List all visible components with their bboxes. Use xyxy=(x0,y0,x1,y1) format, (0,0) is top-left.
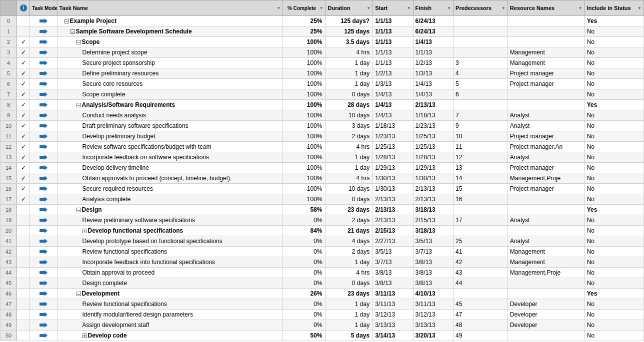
collapse-icon[interactable]: − xyxy=(76,292,81,296)
collapse-icon[interactable]: − xyxy=(76,208,81,212)
task-name-cell[interactable]: Review preliminary software specificatio… xyxy=(57,215,283,226)
header-predecessors[interactable]: Predecessors ▼ xyxy=(454,0,508,16)
task-name-cell[interactable]: −Scope xyxy=(57,37,283,47)
task-name-text: Review preliminary software specificatio… xyxy=(82,217,195,224)
include-status-cell: No xyxy=(584,320,644,331)
header-task-name[interactable]: Task Name ▼ xyxy=(57,0,283,16)
task-checkmark xyxy=(17,320,30,331)
task-name-cell[interactable]: Determine project scope xyxy=(57,47,283,58)
predecessors-cell: 47 xyxy=(454,310,508,320)
svg-marker-13 xyxy=(44,81,48,86)
task-name-cell[interactable]: Conduct needs analysis xyxy=(57,110,283,121)
svg-rect-36 xyxy=(40,208,44,211)
checkmark-icon: ✓ xyxy=(21,143,26,150)
task-mode-cell xyxy=(30,100,57,110)
finish-cell: 1/25/13 xyxy=(413,131,453,142)
task-name-cell[interactable]: Review functional specifications xyxy=(57,247,283,257)
task-name-cell[interactable]: −Example Project xyxy=(57,16,283,26)
header-include-status[interactable]: Include in Status ▼ xyxy=(584,0,644,16)
task-name-text: Review functional specifications xyxy=(82,248,167,255)
auto-schedule-icon xyxy=(39,38,48,46)
task-name-cell[interactable]: Analysis complete xyxy=(57,194,283,205)
start-cell: 1/1/13 xyxy=(373,58,413,68)
collapse-icon[interactable]: − xyxy=(64,19,69,23)
task-name-cell[interactable]: Develop prototype based on functional sp… xyxy=(57,236,283,247)
task-name-cell[interactable]: +Develop code xyxy=(57,331,283,341)
start-cell: 3/11/13 xyxy=(373,299,413,310)
header-task-mode[interactable]: Task Mode ▼ xyxy=(30,0,57,16)
task-name-text: Analysis complete xyxy=(82,196,131,203)
task-name-cell[interactable]: Secure required resources xyxy=(57,184,283,194)
task-name-cell[interactable]: Obtain approvals to proceed (concept, ti… xyxy=(57,173,283,184)
table-row: 47 Review functional specifications0%1 d… xyxy=(0,299,644,310)
checkmark-icon: ✓ xyxy=(21,70,26,77)
collapse-icon[interactable]: − xyxy=(76,103,81,107)
task-name-text: Secure core resources xyxy=(82,80,143,87)
task-name-cell[interactable]: Incorporate feedback on software specifi… xyxy=(57,152,283,163)
start-cell: 3/7/13 xyxy=(373,257,413,268)
task-name-cell[interactable]: Secure core resources xyxy=(57,79,283,89)
duration-cell: 2 days xyxy=(326,247,373,257)
task-name-cell[interactable]: Define preliminary resources xyxy=(57,68,283,79)
task-checkmark: ✓ xyxy=(17,37,30,47)
task-name-cell[interactable]: Review software specifications/budget wi… xyxy=(57,142,283,152)
start-cell: 3/11/13 xyxy=(373,289,413,299)
duration-cell: 10 days xyxy=(326,110,373,121)
task-mode-cell xyxy=(30,58,57,68)
task-name-cell[interactable]: Assign development staff xyxy=(57,320,283,331)
task-name-cell[interactable]: Secure project sponsorship xyxy=(57,58,283,68)
start-cell: 1/29/13 xyxy=(373,163,413,173)
duration-cell: 1 day xyxy=(326,152,373,163)
task-name-cell[interactable]: Design complete xyxy=(57,278,283,289)
table-row: 43 Incorporate feedback into functional … xyxy=(0,257,644,268)
task-name-cell[interactable]: −Design xyxy=(57,205,283,215)
task-name-cell[interactable]: Scope complete xyxy=(57,89,283,100)
start-cell: 1/1/13 xyxy=(373,26,413,37)
task-name-text: Review functional specifications xyxy=(82,301,167,308)
finish-cell: 3/8/13 xyxy=(413,257,453,268)
header-finish[interactable]: Finish ▼ xyxy=(413,0,453,16)
header-pct-complete[interactable]: % Complete ▼ xyxy=(283,0,326,16)
row-number: 45 xyxy=(0,278,17,289)
task-name-cell[interactable]: +Develop functional specifications xyxy=(57,226,283,236)
include-status-cell: No xyxy=(584,110,644,121)
duration-cell: 3.5 days xyxy=(326,37,373,47)
task-name-cell[interactable]: Obtain approval to proceed xyxy=(57,268,283,278)
start-cell: 1/4/13 xyxy=(373,89,413,100)
task-mode-cell xyxy=(30,236,57,247)
svg-rect-42 xyxy=(40,240,44,243)
expand-icon[interactable]: + xyxy=(82,334,87,338)
task-name-cell[interactable]: Incorporate feedback into functional spe… xyxy=(57,257,283,268)
svg-rect-8 xyxy=(40,61,44,64)
duration-cell: 1 day xyxy=(326,320,373,331)
duration-cell: 4 hrs xyxy=(326,47,373,58)
auto-schedule-icon xyxy=(39,122,48,130)
task-name-cell[interactable]: −Analysis/Software Requirements xyxy=(57,100,283,110)
task-name-cell[interactable]: −Development xyxy=(57,289,283,299)
task-name-cell[interactable]: Develop delivery timeline xyxy=(57,163,283,173)
collapse-icon[interactable]: − xyxy=(76,40,81,44)
header-duration[interactable]: Duration ▼ xyxy=(326,0,373,16)
resource-names-cell: Analyst xyxy=(508,110,584,121)
start-cell: 1/30/13 xyxy=(373,184,413,194)
include-status-cell: Yes xyxy=(584,205,644,215)
task-name-cell[interactable]: Develop preliminary budget xyxy=(57,131,283,142)
collapse-icon[interactable]: − xyxy=(70,29,75,34)
row-number: 17 xyxy=(0,194,17,205)
header-start[interactable]: Start ▼ xyxy=(373,0,413,16)
svg-marker-57 xyxy=(44,312,48,317)
task-name-cell[interactable]: Review functional specifications xyxy=(57,299,283,310)
duration-cell: 23 days xyxy=(326,205,373,215)
resource-names-cell xyxy=(508,26,584,37)
task-name-text: Obtain approvals to proceed (concept, ti… xyxy=(82,175,230,182)
finish-cell: 3/8/13 xyxy=(413,268,453,278)
task-name-cell[interactable]: Identify modular/tiered design parameter… xyxy=(57,310,283,320)
task-checkmark: ✓ xyxy=(17,152,30,163)
task-name-cell[interactable]: −Sample Software Development Schedule xyxy=(57,26,283,37)
header-resource-names[interactable]: Resource Names ▼ xyxy=(508,0,584,16)
expand-icon[interactable]: + xyxy=(82,229,87,233)
task-name-cell[interactable]: Draft preliminary software specification… xyxy=(57,121,283,131)
row-number: 50 xyxy=(0,331,17,341)
resource-names-cell xyxy=(508,16,584,26)
table-row: 4✓ Secure project sponsorship100%1 day1/… xyxy=(0,58,644,68)
